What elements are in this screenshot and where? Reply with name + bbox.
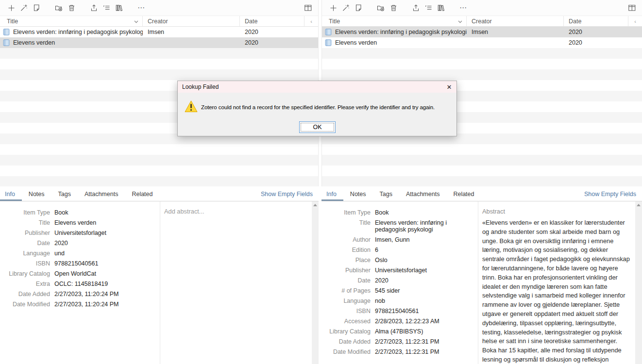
create-citation-icon[interactable]	[100, 1, 113, 14]
abstract-editor[interactable]: Add abstract...	[160, 201, 312, 364]
field-value[interactable]: 2/27/2023, 11:22:31 PM	[375, 338, 475, 345]
field-value[interactable]: 2020	[54, 240, 157, 247]
tab-tags[interactable]: Tags	[380, 191, 392, 201]
abstract-text: «Elevens verden» er en klassiker for lær…	[482, 218, 630, 364]
field-value[interactable]: Alma (47BIBSYS)	[375, 328, 475, 335]
column-header-creator[interactable]: Creator	[143, 16, 240, 26]
empty-row	[322, 176, 642, 187]
empty-row	[322, 165, 642, 176]
export-icon[interactable]	[409, 1, 422, 14]
column-picker-icon[interactable]	[625, 1, 638, 14]
table-row-selected[interactable]: Elevens verden 2020	[0, 37, 318, 48]
scroll-up-arrow-icon[interactable]	[637, 204, 641, 206]
field-value[interactable]: Book	[375, 209, 475, 216]
field-value[interactable]: Universitetsforlaget	[375, 267, 475, 274]
tab-notes[interactable]: Notes	[350, 191, 366, 201]
column-header-title[interactable]: Title	[322, 16, 467, 26]
column-header-date[interactable]: Date	[564, 16, 628, 26]
empty-row	[0, 144, 318, 155]
empty-row	[322, 48, 642, 59]
abstract-editor[interactable]: Abstract «Elevens verden» er en klassike…	[478, 201, 635, 364]
column-title-label: Title	[329, 18, 340, 25]
chevron-down-icon[interactable]	[458, 18, 462, 25]
field-value[interactable]: 2/27/2023, 11:22:31 PM	[375, 348, 475, 355]
field-value[interactable]: 2/27/2023, 11:20:24 PM	[54, 291, 157, 298]
new-collection-icon[interactable]	[52, 1, 65, 14]
info-fields: Item TypeBook TitleElevens verden Publis…	[0, 201, 160, 364]
trash-icon[interactable]	[65, 1, 78, 14]
field-value[interactable]: 6	[375, 247, 475, 253]
new-note-icon[interactable]	[30, 1, 43, 14]
toolbar-left: ⋯	[0, 0, 318, 16]
item-details-pane-right: Info Notes Tags Attachments Related Show…	[321, 186, 642, 364]
column-header-creator[interactable]: Creator	[467, 16, 564, 26]
create-citation-icon[interactable]	[422, 1, 435, 14]
column-header-title[interactable]: Title	[0, 16, 143, 26]
toolbar-right: ⋯	[322, 0, 642, 16]
scrollbar[interactable]	[312, 201, 319, 364]
lookup-failed-dialog: Lookup Failed ✕ Zotero could not find a …	[177, 81, 457, 136]
tab-attachments[interactable]: Attachments	[84, 191, 118, 201]
tab-info[interactable]: Info	[5, 191, 15, 201]
close-icon[interactable]: ✕	[442, 81, 456, 93]
new-item-button[interactable]	[327, 1, 339, 14]
show-empty-fields-link[interactable]: Show Empty Fields	[584, 191, 636, 201]
empty-row	[322, 155, 642, 165]
field-value[interactable]: Imsen, Gunn	[375, 236, 475, 243]
field-value[interactable]: Elevens verden: innføring i pedagogisk p…	[375, 219, 475, 233]
tab-info[interactable]: Info	[326, 191, 337, 201]
more-options-button[interactable]: ⋯	[457, 1, 470, 14]
column-title-label: Title	[7, 18, 18, 25]
book-item-icon	[325, 39, 332, 46]
table-row-selected[interactable]: Elevens verden: innføring i pedagogisk p…	[322, 27, 642, 37]
column-picker-icon[interactable]	[302, 1, 314, 14]
field-value[interactable]: OCLC: 1145818419	[54, 281, 157, 287]
field-value[interactable]: 2020	[375, 277, 475, 284]
chevron-down-icon[interactable]	[134, 18, 138, 25]
field-value[interactable]: nob	[375, 298, 475, 304]
info-fields: Item TypeBook TitleElevens verden: innfø…	[321, 201, 478, 364]
show-empty-fields-link[interactable]: Show Empty Fields	[261, 191, 313, 201]
new-collection-icon[interactable]	[374, 1, 387, 14]
export-icon[interactable]	[87, 1, 100, 14]
field-value[interactable]: Book	[54, 209, 157, 216]
book-item-icon	[3, 29, 10, 35]
table-row[interactable]: Elevens verden 2020	[322, 37, 642, 48]
new-note-icon[interactable]	[352, 1, 365, 14]
new-item-button[interactable]	[5, 1, 17, 14]
empty-row	[322, 69, 642, 80]
tab-related[interactable]: Related	[132, 191, 152, 201]
abstract-placeholder: Add abstract...	[164, 208, 307, 215]
field-value[interactable]: 545 sider	[375, 287, 475, 294]
add-by-identifier-icon[interactable]	[339, 1, 352, 14]
empty-row	[0, 59, 318, 69]
table-row[interactable]: Elevens verden: innføring i pedagogisk p…	[0, 27, 318, 37]
empty-row	[0, 155, 318, 165]
field-value[interactable]: Oslo	[375, 257, 475, 264]
collapse-pane-icon[interactable]: ‹	[304, 16, 318, 26]
field-value[interactable]: 2/28/2023, 12:22:23 AM	[375, 318, 475, 325]
ok-button[interactable]: OK	[299, 121, 336, 133]
field-value[interactable]: und	[54, 250, 157, 257]
trash-icon[interactable]	[387, 1, 400, 14]
tab-attachments[interactable]: Attachments	[406, 191, 439, 201]
tab-notes[interactable]: Notes	[29, 191, 45, 201]
scroll-up-arrow-icon[interactable]	[313, 204, 317, 206]
more-options-button[interactable]: ⋯	[135, 1, 148, 14]
create-bibliography-icon[interactable]	[113, 1, 125, 14]
column-header-date[interactable]: Date	[240, 16, 304, 26]
abstract-label: Abstract	[482, 208, 630, 215]
field-value[interactable]: Open WorldCat	[54, 270, 157, 277]
field-value[interactable]: Universitetsforlaget	[54, 230, 157, 236]
create-bibliography-icon[interactable]	[435, 1, 447, 14]
add-by-identifier-icon[interactable]	[17, 1, 30, 14]
tab-related[interactable]: Related	[453, 191, 474, 201]
field-value[interactable]: 9788215040561	[54, 260, 157, 267]
item-details-pane-left: Info Notes Tags Attachments Related Show…	[0, 186, 319, 364]
collapse-pane-icon[interactable]: ‹	[628, 16, 642, 26]
field-value[interactable]: 9788215040561	[375, 308, 475, 314]
field-value[interactable]: 2/27/2023, 11:20:24 PM	[54, 301, 157, 308]
field-value[interactable]: Elevens verden	[54, 219, 157, 226]
tab-tags[interactable]: Tags	[58, 191, 71, 201]
scrollbar[interactable]	[635, 201, 642, 364]
